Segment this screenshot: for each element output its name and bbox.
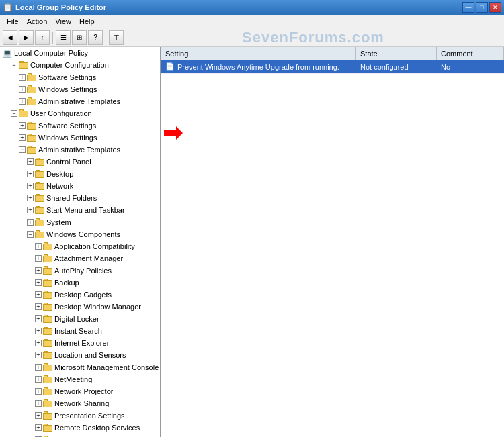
tree-item[interactable]: +Remote Desktop Services (0, 422, 160, 434)
maximize-button[interactable]: □ (476, 2, 488, 13)
tree-item[interactable]: +Desktop (0, 168, 160, 180)
expand-button[interactable]: + (27, 207, 34, 213)
forward-button[interactable]: ▶ (19, 30, 34, 45)
tree-item[interactable]: +Control Panel (0, 156, 160, 168)
expand-button[interactable]: + (19, 134, 26, 141)
right-panel: Setting State Comment 📄Prevent Windows A… (161, 47, 504, 437)
folder-icon (35, 230, 44, 238)
expand-button[interactable]: + (35, 400, 42, 407)
close-button[interactable]: ✕ (489, 2, 501, 13)
tree-item[interactable]: −Computer Configuration (0, 59, 160, 71)
folder-icon (35, 194, 44, 202)
tree-label: Digital Locker (54, 315, 99, 323)
filter-button[interactable]: ⊤ (109, 30, 124, 45)
expand-button[interactable]: + (27, 195, 34, 201)
expand-button[interactable]: − (19, 146, 26, 153)
tree-item[interactable]: +Software Settings (0, 71, 160, 83)
tree-item[interactable]: +Instant Search (0, 325, 160, 337)
toolbar: ◀ ▶ ↑ ☰ ⊞ ? ⊤ SevenForums.com (0, 28, 504, 47)
tree-item[interactable]: +Network Sharing (0, 397, 160, 409)
tree-item[interactable]: +Start Menu and Taskbar (0, 204, 160, 216)
expand-button[interactable]: + (35, 315, 42, 322)
expand-button[interactable]: + (35, 352, 42, 358)
properties-button[interactable]: ⊞ (72, 30, 87, 45)
tree-label: Remote Desktop Services (54, 424, 140, 432)
tree-item[interactable]: +AutoPlay Policies (0, 264, 160, 277)
tree-item[interactable]: +Backup (0, 277, 160, 289)
expand-button[interactable]: + (35, 291, 42, 298)
col-header-setting[interactable]: Setting (161, 47, 356, 60)
tree-item[interactable]: +Digital Locker (0, 313, 160, 325)
show-hide-button[interactable]: ☰ (56, 30, 71, 45)
tree-item[interactable]: +Desktop Gadgets (0, 289, 160, 301)
expand-button[interactable]: − (27, 231, 34, 238)
expand-button[interactable]: + (35, 388, 42, 395)
tree-item[interactable]: −User Configuration (0, 107, 160, 119)
expand-button[interactable]: + (35, 340, 42, 346)
tree-item[interactable]: +Attachment Manager (0, 252, 160, 264)
tree-item[interactable]: +Location and Sensors (0, 349, 160, 361)
cell-state: Not configured (356, 62, 437, 72)
expand-button[interactable]: + (27, 183, 34, 189)
up-button[interactable]: ↑ (35, 30, 50, 45)
folder-icon (43, 424, 52, 432)
expand-button[interactable]: + (19, 98, 26, 105)
expand-button[interactable]: + (35, 303, 42, 310)
tree-item[interactable]: +Network Projector (0, 385, 160, 397)
tree-label: Shared Folders (46, 194, 97, 202)
col-header-state[interactable]: State (356, 47, 437, 60)
expand-button[interactable]: + (35, 424, 42, 431)
tree-item[interactable]: +System (0, 216, 160, 228)
cell-comment: No (437, 62, 504, 72)
tree-item[interactable]: +Software Settings (0, 119, 160, 132)
expand-button[interactable]: − (11, 110, 17, 117)
tree-item[interactable]: −Administrative Templates (0, 144, 160, 156)
back-button[interactable]: ◀ (3, 30, 17, 45)
col-header-comment[interactable]: Comment (437, 47, 504, 60)
help-button[interactable]: ? (88, 30, 103, 45)
expand-button[interactable]: + (19, 74, 26, 81)
folder-icon (43, 291, 52, 299)
expand-button[interactable]: − (11, 62, 17, 68)
expand-button[interactable]: + (35, 279, 42, 286)
tree-item[interactable]: +Application Compatibility (0, 240, 160, 252)
tree-item[interactable]: −Windows Components (0, 228, 160, 240)
menu-action[interactable]: Action (23, 16, 52, 27)
tree-item[interactable]: +Windows Settings (0, 83, 160, 95)
menu-file[interactable]: File (3, 16, 23, 27)
expand-button[interactable]: + (27, 171, 34, 177)
folder-icon (35, 206, 44, 214)
tree-item[interactable]: +Desktop Window Manager (0, 301, 160, 313)
tree-label: Start Menu and Taskbar (46, 206, 125, 214)
tree-item[interactable]: +Network (0, 180, 160, 192)
expand-button[interactable]: + (35, 328, 42, 334)
menu-help[interactable]: Help (75, 16, 99, 27)
expand-button[interactable]: + (35, 267, 42, 274)
tree-item[interactable]: 💻Local Computer Policy (0, 47, 160, 59)
tree-item[interactable]: +NetMeeting (0, 373, 160, 385)
expand-button[interactable]: + (19, 122, 26, 129)
expand-button[interactable]: + (27, 158, 34, 165)
expand-button[interactable]: + (35, 364, 42, 371)
folder-icon (19, 109, 28, 117)
expand-button[interactable]: + (35, 255, 42, 262)
menu-view[interactable]: View (51, 16, 75, 27)
tree-item[interactable]: +Administrative Templates (0, 95, 160, 107)
title-bar-text: Local Group Policy Editor (15, 3, 106, 11)
expand-button[interactable]: + (35, 412, 42, 419)
tree-label: Desktop (46, 170, 73, 178)
table-row[interactable]: 📄Prevent Windows Anytime Upgrade from ru… (161, 60, 504, 74)
tree-label: Administrative Templates (38, 146, 120, 154)
expand-button[interactable]: + (27, 219, 34, 226)
minimize-button[interactable]: — (462, 2, 474, 13)
tree-item[interactable]: +Windows Settings (0, 132, 160, 144)
tree-panel: 💻Local Computer Policy−Computer Configur… (0, 47, 161, 437)
tree-item[interactable]: +RSS Feeds (0, 434, 160, 437)
tree-item[interactable]: +Microsoft Management Console (0, 361, 160, 373)
tree-item[interactable]: +Presentation Settings (0, 409, 160, 422)
expand-button[interactable]: + (19, 86, 26, 93)
tree-item[interactable]: +Internet Explorer (0, 337, 160, 349)
expand-button[interactable]: + (35, 376, 42, 383)
expand-button[interactable]: + (35, 243, 42, 250)
tree-item[interactable]: +Shared Folders (0, 192, 160, 204)
